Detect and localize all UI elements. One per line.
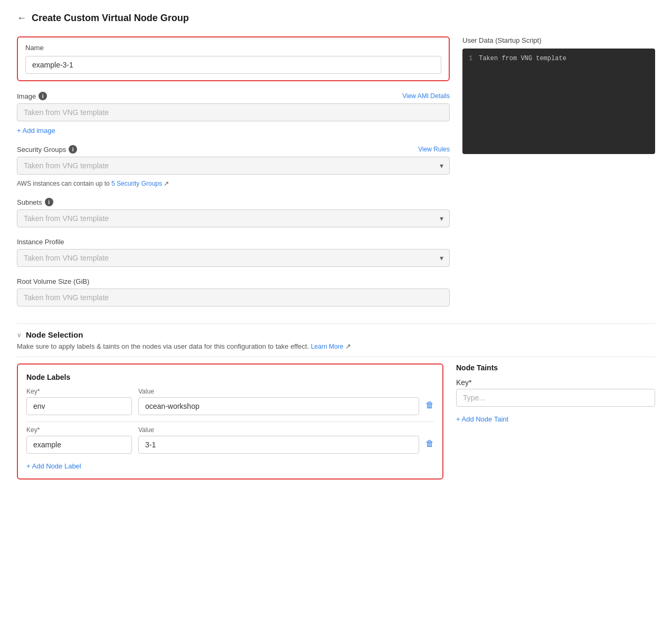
security-groups-label: Security Groups i	[17, 145, 77, 154]
subnets-select-wrapper: Taken from VNG template	[17, 209, 450, 227]
node-selection-title: Node Selection	[26, 330, 83, 339]
page-header: ← Create Custom Virtual Node Group	[17, 13, 655, 24]
section-header: ∨ Node Selection	[17, 330, 655, 339]
image-field-group: Image i View AMI Details + Add image	[17, 92, 450, 135]
label-key-label-2: Key*	[26, 426, 132, 434]
taint-key-input[interactable]	[456, 389, 655, 407]
right-panel: User Data (Startup Script) 1 Taken from …	[462, 36, 655, 306]
security-groups-info-icon[interactable]: i	[69, 145, 77, 154]
instance-profile-label: Instance Profile	[17, 238, 450, 246]
label-row-2: Key* Value 🗑	[26, 426, 434, 454]
page-title: Create Custom Virtual Node Group	[32, 13, 189, 24]
learn-more-link[interactable]: Learn More	[311, 343, 343, 350]
label-value-label-2: Value	[138, 426, 419, 434]
add-node-taint-link[interactable]: + Add Node Taint	[456, 415, 655, 423]
label-value-input-1[interactable]	[138, 397, 419, 415]
label-value-label-1: Value	[138, 388, 419, 395]
delete-label-1-icon[interactable]: 🗑	[425, 400, 434, 410]
code-content: Taken from VNG template	[479, 55, 566, 62]
label-row-1: Key* Value 🗑	[26, 388, 434, 415]
root-volume-field-group: Root Volume Size (GiB)	[17, 277, 450, 306]
add-node-label-link[interactable]: + Add Node Label	[26, 462, 81, 470]
security-groups-select[interactable]: Taken from VNG template	[17, 157, 450, 175]
security-groups-field-group: Security Groups i View Rules Taken from …	[17, 145, 450, 187]
view-ami-link[interactable]: View AMI Details	[402, 92, 450, 100]
page-container: ← Create Custom Virtual Node Group Name …	[0, 0, 672, 492]
name-input[interactable]	[25, 56, 441, 74]
subnets-info-icon[interactable]: i	[45, 198, 53, 206]
root-volume-input[interactable]	[17, 289, 450, 306]
main-content: Name Image i View AMI Details + Add imag…	[17, 36, 655, 306]
label-key-input-2[interactable]	[26, 436, 132, 454]
node-labels-title: Node Labels	[26, 373, 434, 381]
node-selection-subtitle: Make sure to apply labels & taints on th…	[17, 342, 655, 350]
label-value-input-2[interactable]	[138, 436, 419, 454]
security-groups-select-wrapper: Taken from VNG template	[17, 157, 450, 175]
bottom-panels: Node Labels Key* Value 🗑	[17, 363, 655, 480]
label-key-field-1: Key*	[26, 388, 132, 415]
name-label: Name	[25, 44, 441, 52]
node-taints-box: Node Taints Key* + Add Node Taint	[456, 363, 655, 480]
user-data-panel[interactable]: 1 Taken from VNG template	[462, 49, 655, 154]
node-taints-title: Node Taints	[456, 363, 655, 372]
label-key-label-1: Key*	[26, 388, 132, 395]
view-rules-link[interactable]: View Rules	[418, 146, 450, 153]
subnets-field-group: Subnets i Taken from VNG template	[17, 198, 450, 227]
label-value-field-1: Value	[138, 388, 419, 415]
chevron-icon: ∨	[17, 331, 22, 339]
subnets-select[interactable]: Taken from VNG template	[17, 209, 450, 227]
node-labels-box: Node Labels Key* Value 🗑	[17, 363, 443, 480]
instance-profile-select-wrapper: Taken from VNG template	[17, 249, 450, 267]
image-input[interactable]	[17, 103, 450, 121]
taint-key-field-group: Key*	[456, 378, 655, 407]
label-value-field-2: Value	[138, 426, 419, 454]
add-image-link[interactable]: + Add image	[17, 127, 450, 135]
security-note: AWS instances can contain up to 5 Securi…	[17, 180, 450, 187]
instance-profile-select[interactable]: Taken from VNG template	[17, 249, 450, 267]
root-volume-label: Root Volume Size (GiB)	[17, 277, 450, 285]
security-groups-label-row: Security Groups i View Rules	[17, 145, 450, 154]
label-key-input-1[interactable]	[26, 397, 132, 415]
back-button[interactable]: ←	[17, 13, 26, 24]
image-label-row: Image i View AMI Details	[17, 92, 450, 100]
name-field-box: Name	[17, 36, 450, 81]
node-selection-section: ∨ Node Selection Make sure to apply labe…	[17, 317, 655, 480]
line-numbers: 1	[469, 55, 472, 62]
label-key-field-2: Key*	[26, 426, 132, 454]
image-label: Image i	[17, 92, 47, 100]
instance-profile-field-group: Instance Profile Taken from VNG template	[17, 238, 450, 267]
image-info-icon[interactable]: i	[39, 92, 47, 100]
subnets-label: Subnets i	[17, 198, 450, 206]
user-data-code: 1 Taken from VNG template	[469, 55, 649, 62]
left-panel: Name Image i View AMI Details + Add imag…	[17, 36, 450, 306]
security-groups-link[interactable]: 5 Security Groups	[111, 180, 162, 187]
delete-label-2-icon[interactable]: 🗑	[425, 439, 434, 448]
user-data-title: User Data (Startup Script)	[462, 36, 655, 44]
taint-key-label: Key*	[456, 378, 655, 387]
